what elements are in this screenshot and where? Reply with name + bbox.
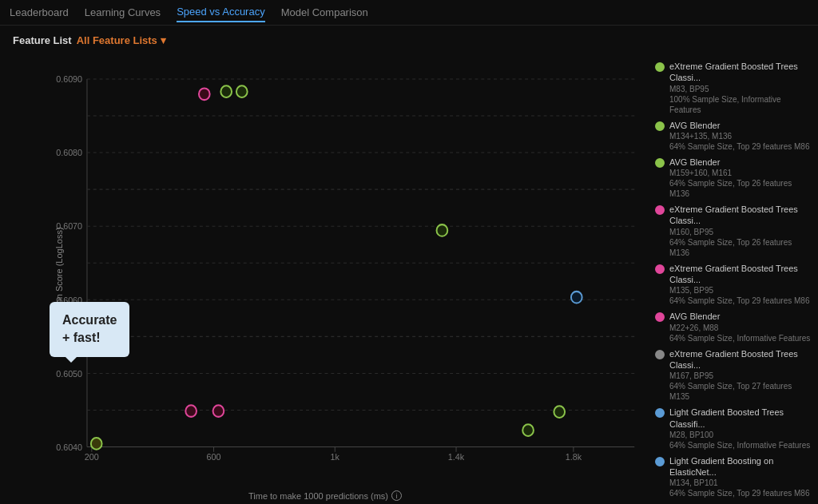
legend-sub2: 100% Sample Size, Informative Features bbox=[669, 94, 812, 115]
feature-list-label: Feature List bbox=[13, 34, 72, 46]
legend-text: Light Gradient Boosting on ElasticNet...… bbox=[669, 455, 812, 499]
nav-item-model-comparison[interactable]: Model Comparison bbox=[281, 3, 368, 22]
svg-text:1.4k: 1.4k bbox=[448, 452, 465, 462]
tooltip-accurate-fast: Accurate+ fast! bbox=[50, 302, 129, 357]
legend-sub2: 64% Sample Size, Informative Features bbox=[669, 333, 810, 343]
nav-bar: Leaderboard Learning Curves Speed vs Acc… bbox=[0, 0, 818, 26]
legend-sub1: M134+135, M136 bbox=[669, 131, 809, 141]
legend-dot bbox=[655, 312, 665, 322]
legend-sub2: 64% Sample Size, Top 26 features M136 bbox=[669, 178, 812, 199]
legend-item[interactable]: AVG BlenderM134+135, M13664% Sample Size… bbox=[655, 120, 812, 152]
legend-text: AVG BlenderM159+160, M16164% Sample Size… bbox=[669, 157, 812, 199]
legend-sub1: M28, BP100 bbox=[669, 430, 812, 440]
legend-dot bbox=[655, 62, 665, 72]
legend-dot bbox=[655, 121, 665, 131]
svg-text:0.6080: 0.6080 bbox=[56, 148, 82, 157]
legend-item[interactable]: AVG BlenderM159+160, M16164% Sample Size… bbox=[655, 157, 812, 199]
legend-title: Light Gradient Boosted Trees Classifi... bbox=[669, 407, 812, 430]
x-axis-label: Time to make 1000 predictions (ms) i bbox=[248, 490, 402, 501]
legend-text: AVG BlenderM134+135, M13664% Sample Size… bbox=[669, 120, 809, 152]
legend-item[interactable]: eXtreme Gradient Boosted Trees Classi...… bbox=[655, 348, 812, 403]
data-point[interactable] bbox=[236, 85, 248, 97]
info-icon[interactable]: i bbox=[391, 490, 402, 501]
svg-text:0.6050: 0.6050 bbox=[56, 368, 82, 378]
svg-text:200: 200 bbox=[85, 452, 99, 462]
legend-sub1: M22+26, M88 bbox=[669, 323, 810, 333]
legend-item[interactable]: AVG BlenderM22+26, M8864% Sample Size, I… bbox=[655, 311, 812, 343]
legend-item[interactable]: Light Gradient Boosted Trees Classifi...… bbox=[655, 407, 812, 450]
legend-sub1: M160, BP95 bbox=[669, 227, 812, 237]
legend-title: eXtreme Gradient Boosted Trees Classi... bbox=[669, 263, 812, 286]
legend-text: eXtreme Gradient Boosted Trees Classi...… bbox=[669, 204, 812, 258]
legend: eXtreme Gradient Boosted Trees Classi...… bbox=[650, 54, 818, 504]
svg-text:1.8k: 1.8k bbox=[566, 452, 582, 462]
legend-sub1: M167, BP95 bbox=[669, 371, 812, 381]
legend-text: AVG BlenderM22+26, M8864% Sample Size, I… bbox=[669, 311, 810, 343]
chart-svg: .grid-line { stroke: #2a2a2a; stroke-wid… bbox=[48, 62, 642, 472]
nav-item-learning-curves[interactable]: Learning Curves bbox=[85, 3, 161, 22]
legend-dot bbox=[655, 158, 665, 168]
x-axis-text: Time to make 1000 predictions (ms) bbox=[248, 491, 388, 501]
legend-title: eXtreme Gradient Boosted Trees Classi... bbox=[669, 204, 812, 227]
legend-dot bbox=[655, 408, 665, 418]
legend-sub2: 64% Sample Size, Top 29 features M86 bbox=[669, 488, 812, 498]
legend-text: Light Gradient Boosted Trees Classifi...… bbox=[669, 407, 812, 450]
legend-item[interactable]: eXtreme Gradient Boosted Trees Classi...… bbox=[655, 204, 812, 258]
data-point[interactable] bbox=[220, 85, 232, 97]
data-point[interactable] bbox=[522, 424, 534, 436]
legend-title: AVG Blender bbox=[669, 120, 809, 131]
svg-text:0.6090: 0.6090 bbox=[56, 74, 82, 84]
legend-item[interactable]: Light Gradient Boosting on ElasticNet...… bbox=[655, 455, 812, 499]
legend-title: AVG Blender bbox=[669, 157, 812, 168]
legend-title: eXtreme Gradient Boosted Trees Classi... bbox=[669, 348, 812, 371]
nav-item-speed-accuracy[interactable]: Speed vs Accuracy bbox=[177, 2, 265, 22]
legend-dot bbox=[655, 457, 665, 466]
svg-text:600: 600 bbox=[207, 452, 221, 462]
legend-sub1: M83, BP95 bbox=[669, 84, 812, 94]
legend-item[interactable]: eXtreme Gradient Boosted Trees Classi...… bbox=[655, 263, 812, 307]
legend-sub2: 64% Sample Size, Top 29 features M86 bbox=[669, 141, 809, 152]
legend-sub2: 64% Sample Size, Top 29 features M86 bbox=[669, 296, 812, 306]
data-point[interactable] bbox=[199, 88, 210, 100]
data-point[interactable] bbox=[91, 438, 102, 450]
feature-list-dropdown[interactable]: All Feature Lists ▾ bbox=[77, 34, 166, 46]
legend-text: eXtreme Gradient Boosted Trees Classi...… bbox=[669, 61, 812, 115]
data-point[interactable] bbox=[185, 405, 197, 417]
legend-dot bbox=[655, 264, 665, 274]
data-point[interactable] bbox=[437, 224, 448, 236]
legend-title: AVG Blender bbox=[669, 311, 810, 322]
legend-sub2: 64% Sample Size, Informative Features bbox=[669, 440, 812, 450]
legend-sub1: M159+160, M161 bbox=[669, 168, 812, 178]
legend-dot bbox=[655, 350, 665, 359]
feature-bar: Feature List All Feature Lists ▾ bbox=[0, 26, 818, 54]
legend-sub2: 64% Sample Size, Top 26 features M136 bbox=[669, 237, 812, 258]
legend-dot bbox=[655, 205, 665, 215]
data-point[interactable] bbox=[571, 292, 582, 304]
legend-sub1: M134, BP101 bbox=[669, 478, 812, 488]
legend-sub1: M135, BP95 bbox=[669, 285, 812, 296]
svg-text:1k: 1k bbox=[331, 452, 340, 462]
legend-text: eXtreme Gradient Boosted Trees Classi...… bbox=[669, 263, 812, 307]
legend-sub2: 64% Sample Size, Top 27 features M135 bbox=[669, 381, 812, 402]
feature-list-value: All Feature Lists bbox=[77, 34, 157, 46]
main-content: Validation Score (LogLoss) .grid-line { … bbox=[0, 54, 818, 504]
legend-item[interactable]: eXtreme Gradient Boosted Trees Classi...… bbox=[655, 61, 812, 115]
nav-item-leaderboard[interactable]: Leaderboard bbox=[10, 3, 69, 22]
legend-title: eXtreme Gradient Boosted Trees Classi... bbox=[669, 61, 812, 84]
chart-area: Validation Score (LogLoss) .grid-line { … bbox=[0, 54, 650, 504]
data-point[interactable] bbox=[554, 406, 565, 418]
legend-text: eXtreme Gradient Boosted Trees Classi...… bbox=[669, 348, 812, 403]
data-point[interactable] bbox=[213, 405, 224, 417]
legend-title: Light Gradient Boosting on ElasticNet... bbox=[669, 455, 812, 478]
svg-text:0.6040: 0.6040 bbox=[56, 442, 82, 451]
chevron-down-icon: ▾ bbox=[161, 34, 166, 46]
